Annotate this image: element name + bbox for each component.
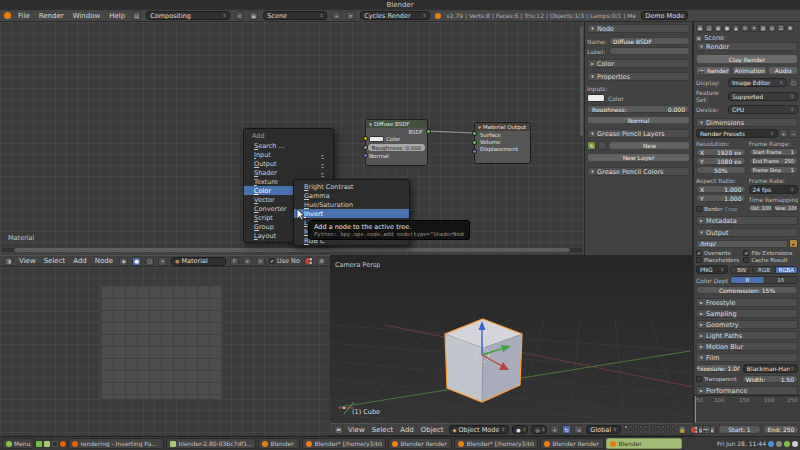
- frame-rate-dropdown[interactable]: 24 fps⇕: [749, 185, 799, 194]
- add-preset-button[interactable]: +: [779, 129, 788, 138]
- delete-scene-button[interactable]: ✕: [346, 11, 355, 20]
- launcher-terminal-icon[interactable]: [36, 441, 42, 447]
- device-dropdown[interactable]: CPU ⇕: [728, 105, 798, 114]
- tab-material-icon[interactable]: ◍: [768, 24, 776, 32]
- start-frame-field[interactable]: Start Frame1: [749, 148, 799, 156]
- frame-step-field[interactable]: Frame Step1: [749, 166, 799, 174]
- submenu-item-invert[interactable]: Invert: [294, 209, 409, 218]
- roughness-slider[interactable]: Roughness: 0.000: [368, 144, 425, 151]
- channel-bw-button[interactable]: BW: [731, 267, 753, 273]
- color-swatch[interactable]: [369, 136, 384, 142]
- unlink-button[interactable]: ✕: [256, 257, 265, 266]
- normal-input-socket[interactable]: [363, 153, 368, 158]
- end-frame-field[interactable]: End Frame250: [749, 157, 799, 165]
- layer-toggles-right[interactable]: [651, 425, 675, 434]
- menu-file[interactable]: File: [16, 12, 32, 20]
- menu-select[interactable]: Select: [370, 426, 396, 434]
- tab-physics-icon[interactable]: ✱: [786, 24, 794, 32]
- menu-select[interactable]: Select: [42, 257, 68, 265]
- tab-scene-icon[interactable]: ▣: [714, 24, 722, 32]
- collapse-icon[interactable]: ▼: [478, 125, 481, 130]
- tab-texture-icon[interactable]: ☰: [777, 24, 785, 32]
- screen-layout-icon[interactable]: ▤: [132, 11, 141, 20]
- motion-blur-panel-header[interactable]: ▶Motion Blur: [696, 342, 798, 351]
- taskbar-window-4[interactable]: Blender Render: [388, 438, 452, 449]
- material-output-node[interactable]: ▼ Material Output Surface Volume Displac…: [474, 122, 531, 164]
- tab-world-icon[interactable]: ●: [723, 24, 731, 32]
- animation-button[interactable]: Animation: [732, 66, 767, 75]
- tray-network-icon[interactable]: [768, 441, 774, 447]
- node-label-field[interactable]: [609, 47, 690, 55]
- channel-rgb-button[interactable]: RGB: [753, 267, 775, 273]
- gp-new-button[interactable]: New: [609, 141, 690, 150]
- diffuse-bsdf-node[interactable]: ▼ Diffuse BSDF BSDF Color Roughness: 0.0…: [365, 119, 428, 166]
- depth-16-button[interactable]: 16: [765, 277, 798, 283]
- bsdf-output-socket[interactable]: [426, 129, 431, 134]
- tray-battery-icon[interactable]: [784, 441, 790, 447]
- add-menu-item-input[interactable]: Input▸: [244, 150, 333, 159]
- taskbar-window-2[interactable]: Blender: [258, 438, 300, 449]
- normal-button[interactable]: Normal: [587, 116, 690, 124]
- menu-add[interactable]: Add: [398, 426, 416, 434]
- taskbar-window-0[interactable]: rendering - Inverting Pa...: [68, 438, 164, 449]
- submenu-item-bright-contrast[interactable]: Bright Contrast: [294, 182, 409, 191]
- node-panel-header[interactable]: ▼ Node: [587, 24, 690, 33]
- output-panel-header[interactable]: ▼Output: [696, 228, 798, 237]
- surface-input-socket[interactable]: [472, 131, 477, 136]
- new-material-button[interactable]: +: [243, 257, 252, 266]
- render-ogl-icon[interactable]: 📷: [702, 425, 711, 434]
- remap-old-field[interactable]: Old: 100: [749, 204, 773, 212]
- demo-mode-button[interactable]: Demo Mode: [641, 11, 688, 20]
- launcher-files-icon[interactable]: [44, 441, 50, 447]
- border-checkbox[interactable]: [696, 206, 702, 212]
- layer-color-icon[interactable]: [598, 141, 607, 150]
- pencil-icon[interactable]: ✎: [587, 141, 596, 150]
- render-panel-header[interactable]: ▼Render: [696, 42, 798, 51]
- feature-set-dropdown[interactable]: Supported ⇕: [728, 92, 798, 101]
- folder-icon[interactable]: ▸: [789, 239, 798, 248]
- filter-width-field[interactable]: Width:1.50: [742, 375, 798, 383]
- viewport-canvas[interactable]: [330, 255, 693, 423]
- use-nodes-checkbox[interactable]: [269, 258, 275, 264]
- manipulator-translate-icon[interactable]: ✛: [550, 425, 559, 434]
- tab-constraints-icon[interactable]: ⚙: [741, 24, 749, 32]
- depth-8-button[interactable]: 8: [731, 277, 765, 283]
- add-menu-item-shader[interactable]: Shader▸: [244, 168, 333, 177]
- geometry-panel-header[interactable]: ▶Geometry: [696, 320, 798, 329]
- add-menu-item-search[interactable]: Search ...: [244, 141, 333, 150]
- end-frame-field[interactable]: End: 250: [763, 425, 799, 434]
- launcher-firefox-icon[interactable]: [60, 441, 66, 447]
- mode-selector[interactable]: ◆ Object Mode ⇕: [449, 425, 510, 434]
- manipulator-scale-icon[interactable]: ⇲: [574, 425, 583, 434]
- pin-icon[interactable]: ✜: [317, 257, 326, 266]
- timeline-canvas[interactable]: 50 100 150 200 250: [694, 396, 800, 422]
- resolution-y-field[interactable]: Y1080 px: [696, 157, 746, 165]
- sampling-panel-header[interactable]: ▶Sampling: [696, 309, 798, 318]
- shader-type-light-icon[interactable]: ☀: [158, 257, 167, 266]
- fake-user-button[interactable]: F: [230, 257, 239, 266]
- lock-icon[interactable]: 🔒: [678, 425, 687, 434]
- taskbar-window-1[interactable]: blender-2.80-036c7df1...: [166, 438, 256, 449]
- dimensions-panel-header[interactable]: ▼Dimensions: [696, 118, 798, 127]
- properties-panel-header[interactable]: ▼ Properties: [587, 72, 690, 81]
- tab-modifiers-icon[interactable]: ✦: [750, 24, 758, 32]
- shading-selector[interactable]: ●⇕: [512, 425, 528, 434]
- screen-layout-selector[interactable]: Compositing ⇕: [146, 11, 230, 20]
- color-swatch[interactable]: [587, 94, 605, 102]
- aspect-y-field[interactable]: Y1.000: [696, 194, 746, 202]
- remove-preset-button[interactable]: −: [789, 129, 798, 138]
- color-input-socket[interactable]: [363, 136, 368, 141]
- render-button[interactable]: 📷 Render: [696, 66, 731, 75]
- taskbar-window-3[interactable]: Blender* [/home/y3/ble...: [302, 438, 386, 449]
- film-panel-header[interactable]: ▼Film: [696, 353, 798, 362]
- light-paths-panel-header[interactable]: ▶Light Paths: [696, 331, 798, 340]
- menu-view[interactable]: View: [346, 426, 367, 434]
- blender-logo-icon[interactable]: [4, 12, 11, 19]
- shader-node-editor[interactable]: ▼ Diffuse BSDF BSDF Color Roughness: 0.0…: [0, 22, 585, 255]
- menu-render[interactable]: Render: [37, 12, 66, 20]
- node-canvas[interactable]: [0, 267, 330, 436]
- shader-type-world-icon[interactable]: ○: [145, 257, 154, 266]
- displacement-input-socket[interactable]: [472, 149, 477, 154]
- clock[interactable]: Fri Jun 28, 11:44: [717, 440, 766, 447]
- add-menu-item-output[interactable]: Output▸: [244, 159, 333, 168]
